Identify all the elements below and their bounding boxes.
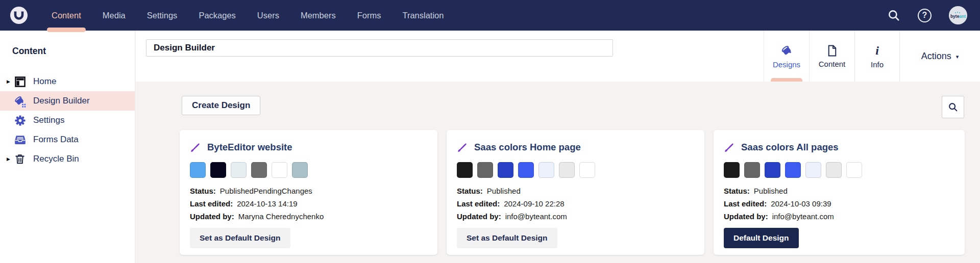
- color-palette: [457, 162, 694, 178]
- tree-item-label: Home: [33, 76, 56, 87]
- status-value: PublishedPendingChanges: [220, 187, 312, 195]
- topnav-item[interactable]: Packages: [188, 0, 246, 31]
- document-title-input[interactable]: [146, 39, 613, 57]
- status-label: Status:: [724, 187, 750, 195]
- design-cards-row: ByteEditor website Status:PublishedPendi…: [180, 130, 965, 255]
- content-tree-sidebar: Content ▶ Home: [0, 31, 135, 263]
- avatar-label: byteant: [950, 14, 966, 19]
- expand-caret-icon[interactable]: ▶: [4, 79, 13, 84]
- updated-by-value: Maryna Cherednychenko: [238, 212, 324, 221]
- topnav-item[interactable]: Media: [92, 0, 136, 31]
- search-icon[interactable]: [887, 9, 900, 22]
- topnav-item[interactable]: Users: [247, 0, 290, 31]
- tab-label: Content: [819, 60, 846, 68]
- color-swatch: [498, 162, 513, 178]
- updated-by-value: info@byteant.com: [505, 212, 567, 221]
- tab-content[interactable]: Content: [809, 31, 854, 82]
- design-card[interactable]: Saas colors All pages Status:Published L…: [714, 130, 965, 255]
- color-swatch: [805, 162, 821, 178]
- create-design-button[interactable]: Create Design: [182, 96, 260, 115]
- status-label: Status:: [190, 187, 216, 195]
- color-swatch: [251, 162, 267, 178]
- default-design-button[interactable]: Default Design: [724, 228, 799, 248]
- avatar-dots-decoration: [955, 12, 956, 13]
- color-swatch: [190, 162, 206, 178]
- tab-label: Info: [871, 60, 884, 69]
- design-card-info: Status:PublishedPendingChanges Last edit…: [190, 185, 427, 223]
- inbox-drawer-icon: [13, 133, 27, 146]
- designs-panel: Create Design ByteEditor website Status:…: [136, 82, 980, 263]
- design-card-info: Status:Published Last edited:2024-09-10 …: [457, 185, 694, 223]
- tree-item-home[interactable]: ▶ Home: [0, 72, 135, 91]
- topnav-item[interactable]: Translation: [391, 0, 454, 31]
- color-swatch: [272, 162, 287, 178]
- info-icon: i: [875, 43, 879, 58]
- home-layout-icon: [13, 75, 27, 88]
- topnav-item-label: Members: [301, 11, 336, 20]
- design-card-title: Saas colors All pages: [741, 142, 839, 153]
- expand-caret-icon[interactable]: ▶: [4, 156, 13, 162]
- topnav-item-label: Forms: [357, 11, 381, 20]
- color-swatch: [724, 162, 740, 178]
- umbraco-logo-icon[interactable]: [10, 6, 28, 24]
- user-avatar[interactable]: byteant: [949, 6, 967, 24]
- color-swatch: [457, 162, 473, 178]
- tab-designs[interactable]: Designs: [764, 31, 809, 82]
- topnav-right-group: ? byteant: [887, 6, 967, 24]
- tree-item-recycle-bin[interactable]: ▶ Recycle Bin: [0, 149, 135, 169]
- topnav-item[interactable]: Settings: [136, 0, 188, 31]
- topnav-item-label: Content: [52, 11, 81, 20]
- design-card-title: Saas colors Home page: [474, 142, 581, 153]
- tree-item-forms-data[interactable]: Forms Data: [0, 130, 135, 149]
- actions-label: Actions: [921, 51, 951, 62]
- document-tabs: Designs Content i Info: [764, 31, 900, 82]
- last-edited-label: Last edited:: [724, 199, 767, 208]
- topnav-item[interactable]: Content: [41, 0, 92, 31]
- color-swatch: [518, 162, 534, 178]
- color-swatch: [785, 162, 801, 178]
- topnav-item-label: Media: [103, 11, 126, 20]
- paint-bucket-icon: [779, 43, 794, 58]
- brush-icon: [190, 142, 201, 153]
- tree-item-label: Forms Data: [33, 135, 79, 145]
- sidebar-section-title: Content: [12, 46, 135, 57]
- help-glyph: ?: [922, 11, 927, 20]
- color-swatch: [744, 162, 760, 178]
- tree-item-label: Settings: [33, 115, 64, 125]
- actions-dropdown-button[interactable]: Actions ▾: [900, 31, 980, 82]
- set-default-design-button[interactable]: Set as Default Design: [457, 228, 557, 248]
- tree-item-design-builder[interactable]: Design Builder: [0, 91, 135, 111]
- color-swatch: [210, 162, 226, 178]
- tab-info[interactable]: i Info: [854, 31, 900, 82]
- set-default-design-button[interactable]: Set as Default Design: [190, 228, 290, 248]
- status-value: Published: [487, 187, 521, 195]
- updated-by-label: Updated by:: [457, 212, 501, 221]
- tree-item-label: Recycle Bin: [33, 154, 79, 164]
- paint-bucket-icon: [13, 94, 27, 108]
- color-swatch: [846, 162, 862, 178]
- topnav-item[interactable]: Forms: [347, 0, 392, 31]
- help-icon[interactable]: ?: [918, 9, 932, 22]
- topnav-item[interactable]: Members: [290, 0, 347, 31]
- design-card[interactable]: Saas colors Home page Status:Published L…: [447, 130, 704, 255]
- status-label: Status:: [457, 187, 483, 195]
- search-designs-button[interactable]: [942, 96, 964, 118]
- last-edited-value: 2024-10-13 14:19: [237, 199, 297, 208]
- trash-icon: [13, 152, 27, 166]
- tree-item-settings[interactable]: Settings: [0, 111, 135, 130]
- color-palette: [190, 162, 427, 178]
- color-swatch: [765, 162, 780, 178]
- topnav-item-label: Users: [257, 11, 279, 20]
- color-palette: [724, 162, 954, 178]
- content-tree: ▶ Home: [0, 72, 135, 169]
- gear-icon: [13, 114, 27, 127]
- last-edited-value: 2024-10-03 09:39: [771, 199, 831, 208]
- chevron-down-icon: ▾: [956, 54, 959, 60]
- color-swatch: [559, 162, 575, 178]
- design-card[interactable]: ByteEditor website Status:PublishedPendi…: [180, 130, 437, 255]
- topnav-sections: Content Media Settings Packages Users Me…: [41, 0, 454, 31]
- last-edited-label: Last edited:: [457, 199, 500, 208]
- design-card-title: ByteEditor website: [207, 142, 292, 153]
- tab-label: Designs: [773, 60, 800, 69]
- document-icon: [826, 44, 839, 57]
